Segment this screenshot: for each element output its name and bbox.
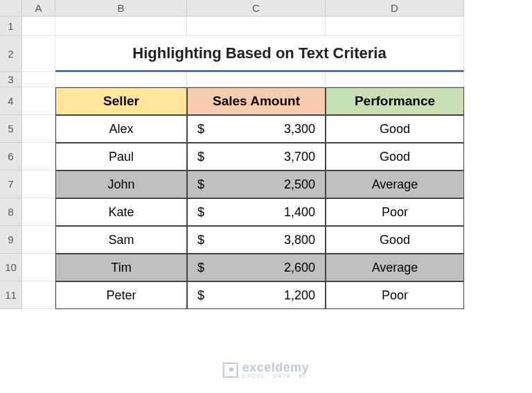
cell-d1[interactable] [326, 17, 464, 36]
cell-c3[interactable] [187, 72, 326, 87]
performance-cell[interactable]: Poor [326, 281, 464, 309]
watermark-text: exceldemy EXCEL · DATA · BI [242, 361, 310, 379]
performance-cell[interactable]: Poor [326, 198, 464, 226]
row-header-10[interactable]: 10 [0, 254, 22, 281]
header-amount[interactable]: Sales Amount [187, 87, 326, 115]
cell-b3[interactable] [55, 72, 187, 87]
currency-symbol: $ [197, 205, 204, 220]
cell-a5[interactable] [22, 115, 55, 143]
row-header-7[interactable]: 7 [0, 171, 22, 198]
page-title[interactable]: Highlighting Based on Text Criteria [55, 36, 464, 72]
cell-grid: Highlighting Based on Text Criteria Sell… [22, 17, 464, 309]
cell-a10[interactable] [22, 254, 55, 281]
amount-cell[interactable]: $2,500 [187, 171, 326, 198]
amount-cell[interactable]: $1,200 [187, 281, 326, 309]
currency-symbol: $ [197, 122, 204, 137]
cell-a6[interactable] [22, 143, 55, 171]
amount-cell[interactable]: $1,400 [187, 198, 326, 226]
amount-value: 2,500 [284, 177, 315, 192]
watermark: exceldemy EXCEL · DATA · BI [223, 361, 310, 379]
amount-value: 1,200 [284, 288, 315, 303]
row-header-9[interactable]: 9 [0, 226, 22, 254]
currency-symbol: $ [197, 177, 204, 192]
amount-cell[interactable]: $3,800 [187, 226, 326, 254]
seller-cell[interactable]: Alex [55, 115, 187, 143]
currency-symbol: $ [197, 150, 204, 164]
amount-cell[interactable]: $2,600 [187, 254, 326, 281]
col-header-d[interactable]: D [326, 0, 464, 17]
amount-value: 3,800 [284, 233, 315, 247]
watermark-sub: EXCEL · DATA · BI [242, 374, 310, 379]
select-all-corner[interactable] [0, 0, 22, 17]
cell-a7[interactable] [22, 171, 55, 198]
cell-b1[interactable] [55, 17, 187, 36]
column-headers: A B C D [22, 0, 464, 17]
row-header-3[interactable]: 3 [0, 72, 22, 87]
row-header-1[interactable]: 1 [0, 17, 22, 36]
seller-cell[interactable]: Paul [55, 143, 187, 171]
seller-cell[interactable]: Kate [55, 198, 187, 226]
amount-value: 3,700 [284, 150, 315, 164]
cell-a11[interactable] [22, 281, 55, 309]
cell-c1[interactable] [187, 17, 326, 36]
watermark-main: exceldemy [242, 361, 310, 374]
cell-a2[interactable] [22, 36, 55, 72]
cell-a9[interactable] [22, 226, 55, 254]
cell-a3[interactable] [22, 72, 55, 87]
amount-value: 3,300 [284, 122, 315, 137]
seller-cell[interactable]: Sam [55, 226, 187, 254]
seller-cell[interactable]: John [55, 171, 187, 198]
amount-value: 2,600 [284, 261, 315, 275]
currency-symbol: $ [197, 233, 204, 247]
performance-cell[interactable]: Average [326, 171, 464, 198]
cell-d3[interactable] [326, 72, 464, 87]
col-header-a[interactable]: A [22, 0, 55, 17]
cell-a4[interactable] [22, 87, 55, 115]
header-seller[interactable]: Seller [55, 87, 187, 115]
cell-a1[interactable] [22, 17, 55, 36]
col-header-b[interactable]: B [55, 0, 187, 17]
row-header-6[interactable]: 6 [0, 143, 22, 171]
performance-cell[interactable]: Good [326, 226, 464, 254]
performance-cell[interactable]: Average [326, 254, 464, 281]
row-header-5[interactable]: 5 [0, 115, 22, 143]
performance-cell[interactable]: Good [326, 115, 464, 143]
col-header-c[interactable]: C [187, 0, 326, 17]
currency-symbol: $ [197, 261, 204, 275]
row-header-2[interactable]: 2 [0, 36, 22, 72]
cell-a8[interactable] [22, 198, 55, 226]
row-header-11[interactable]: 11 [0, 281, 22, 309]
amount-cell[interactable]: $3,700 [187, 143, 326, 171]
header-performance[interactable]: Performance [326, 87, 464, 115]
performance-cell[interactable]: Good [326, 143, 464, 171]
row-header-8[interactable]: 8 [0, 198, 22, 226]
row-header-4[interactable]: 4 [0, 87, 22, 115]
watermark-icon [223, 363, 238, 378]
seller-cell[interactable]: Peter [55, 281, 187, 309]
row-headers: 1 2 3 4 5 6 7 8 9 10 11 [0, 17, 22, 309]
amount-value: 1,400 [284, 205, 315, 220]
currency-symbol: $ [197, 288, 204, 303]
seller-cell[interactable]: Tim [55, 254, 187, 281]
amount-cell[interactable]: $3,300 [187, 115, 326, 143]
